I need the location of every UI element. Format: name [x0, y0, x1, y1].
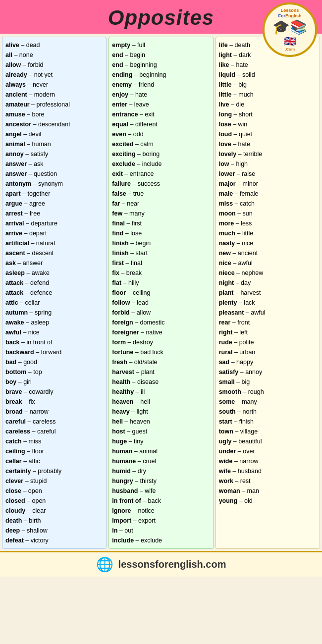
list-item: husband – wife	[112, 486, 210, 496]
list-item: even – odd	[112, 129, 210, 139]
list-item: always – never	[5, 80, 103, 90]
list-item: attack – defence	[5, 288, 103, 298]
list-item: ignore – notice	[112, 506, 210, 516]
list-item: miss – catch	[219, 199, 317, 209]
list-item: ceiling – floor	[5, 446, 103, 456]
list-item: moon – sun	[219, 209, 317, 218]
list-item: failure – success	[112, 179, 210, 189]
list-item: heaven – hell	[112, 397, 210, 407]
list-item: lovely – terrible	[219, 149, 317, 159]
column-left: alive – deadall – noneallow – forbidalre…	[2, 37, 107, 549]
list-item: apart – together	[5, 189, 103, 199]
list-item: final – first	[112, 218, 210, 228]
column-right: life – deathlight – darklike – hateliqui…	[215, 37, 320, 549]
list-item: south – north	[219, 407, 317, 417]
list-item: finish – start	[112, 248, 210, 258]
list-item: boy – girl	[5, 377, 103, 387]
footer-globe-icon: 🌐	[96, 556, 113, 573]
list-item: end – begin	[112, 50, 210, 60]
list-item: loud – quiet	[219, 129, 317, 139]
list-item: end – beginning	[112, 60, 210, 70]
list-item: low – high	[219, 159, 317, 169]
list-item: answer – ask	[5, 159, 103, 169]
list-item: cloudy – clear	[5, 506, 103, 516]
list-item: wide – narrow	[219, 456, 317, 466]
list-item: lower – raise	[219, 169, 317, 179]
list-item: niece – nephew	[219, 268, 317, 278]
list-item: death – birth	[5, 516, 103, 526]
list-item: harvest – plant	[112, 367, 210, 377]
list-item: annoy – satisfy	[5, 149, 103, 159]
list-item: careless – careful	[5, 427, 103, 436]
list-item: exclude – include	[112, 159, 210, 169]
list-item: foreigner – native	[112, 327, 210, 337]
list-item: asleep – awake	[5, 268, 103, 278]
list-item: much – little	[219, 228, 317, 238]
list-item: artificial – natural	[5, 238, 103, 248]
list-item: break – fix	[5, 397, 103, 407]
list-item: little – much	[219, 90, 317, 100]
list-item: all – none	[5, 50, 103, 60]
list-item: plant – harvest	[219, 288, 317, 298]
list-item: attack – defend	[5, 278, 103, 288]
list-item: excited – calm	[112, 139, 210, 149]
list-item: huge – tiny	[112, 436, 210, 446]
list-item: equal – different	[112, 119, 210, 129]
list-item: little – big	[219, 80, 317, 90]
list-item: smooth – rough	[219, 387, 317, 397]
footer: 🌐 lessonsforenglish.com	[0, 551, 322, 577]
list-item: arrest – free	[5, 209, 103, 218]
list-item: enemy – friend	[112, 80, 210, 90]
list-item: male – female	[219, 189, 317, 199]
list-item: amateur – professional	[5, 100, 103, 109]
list-item: follow – lead	[112, 298, 210, 308]
column-mid: empty – fullend – beginend – beginningen…	[108, 37, 213, 549]
list-item: include – exclude	[112, 536, 210, 545]
list-item: fortune – bad luck	[112, 347, 210, 357]
list-item: host – guest	[112, 427, 210, 436]
list-item: liquid – solid	[219, 70, 317, 80]
list-item: health – disease	[112, 377, 210, 387]
list-item: cellar – attic	[5, 456, 103, 466]
list-item: floor – ceiling	[112, 288, 210, 298]
list-item: few – many	[112, 209, 210, 218]
list-item: brave – cowardly	[5, 387, 103, 397]
list-item: false – true	[112, 189, 210, 199]
list-item: town – village	[219, 427, 317, 436]
list-item: nasty – nice	[219, 238, 317, 248]
list-item: long – short	[219, 109, 317, 119]
list-item: ascent – descent	[5, 248, 103, 258]
list-item: catch – miss	[5, 436, 103, 446]
list-item: young – old	[219, 496, 317, 506]
list-item: bottom – top	[5, 367, 103, 377]
list-item: live – die	[219, 100, 317, 109]
list-item: broad – narrow	[5, 407, 103, 417]
list-item: ask – answer	[5, 258, 103, 268]
list-item: allow – forbid	[5, 60, 103, 70]
list-item: alive – dead	[5, 40, 103, 50]
list-item: attic – cellar	[5, 298, 103, 308]
list-item: enjoy – hate	[112, 90, 210, 100]
list-item: enter – leave	[112, 100, 210, 109]
list-item: right – left	[219, 327, 317, 337]
list-item: work – rest	[219, 476, 317, 486]
list-item: ending – beginning	[112, 70, 210, 80]
list-item: nice – awful	[219, 258, 317, 268]
list-item: new – ancient	[219, 248, 317, 258]
list-item: find – lose	[112, 228, 210, 238]
list-item: pleasant – awful	[219, 308, 317, 318]
list-item: wife – husband	[219, 466, 317, 476]
list-item: import – export	[112, 516, 210, 526]
list-item: ugly – beautiful	[219, 436, 317, 446]
list-item: woman – man	[219, 486, 317, 496]
list-item: certainly – probably	[5, 466, 103, 476]
list-item: closed – open	[5, 496, 103, 506]
list-item: flat – hilly	[112, 278, 210, 288]
list-item: autumn – spring	[5, 308, 103, 318]
list-item: antonym – synonym	[5, 179, 103, 189]
list-item: major – minor	[219, 179, 317, 189]
columns-container: alive – deadall – noneallow – forbidalre…	[0, 34, 322, 551]
list-item: ancient – modern	[5, 90, 103, 100]
list-item: angel – devil	[5, 129, 103, 139]
list-item: rude – polite	[219, 337, 317, 347]
